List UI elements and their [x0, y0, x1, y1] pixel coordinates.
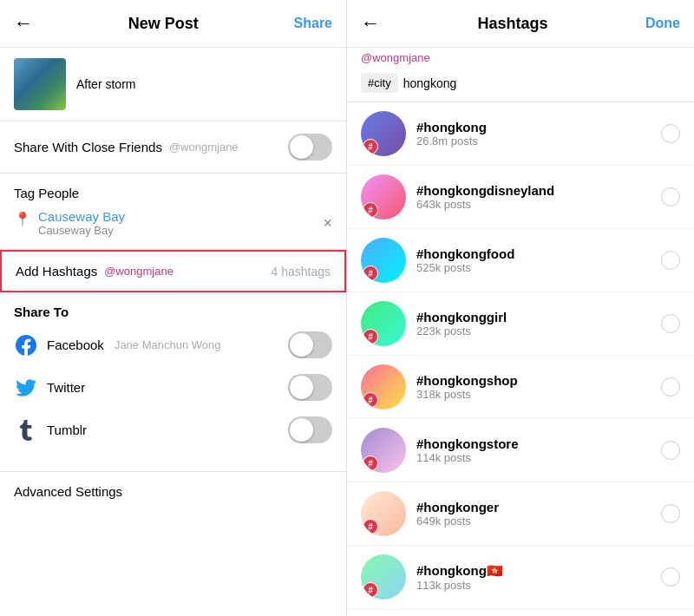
- right-header: ← Hashtags Done: [347, 0, 694, 48]
- hashtag-badge: #: [363, 519, 378, 534]
- hashtags-count: 4 hashtags: [272, 265, 331, 279]
- hashtag-info: #hongkonggirl 223k posts: [416, 310, 661, 337]
- page-title: New Post: [128, 15, 199, 33]
- thumbnail-image: [14, 58, 66, 110]
- hashtag-item[interactable]: # #hongkongairlines: [347, 609, 694, 616]
- back-button[interactable]: ←: [14, 12, 33, 35]
- hashtag-item[interactable]: # #hongkongfood 525k posts: [347, 229, 694, 292]
- hashtag-info: #hongkong🇭🇰 113k posts: [416, 563, 661, 592]
- hashtag-item[interactable]: # #hongkong 26.8m posts: [347, 102, 694, 166]
- hashtag-search-input[interactable]: [403, 76, 680, 90]
- share-close-friends-toggle[interactable]: [288, 134, 332, 161]
- hashtag-badge-icon: #: [368, 332, 373, 342]
- facebook-toggle[interactable]: [288, 331, 332, 358]
- tumblr-icon: [14, 418, 38, 442]
- right-back-button[interactable]: ←: [361, 12, 380, 35]
- share-twitter-item: Twitter: [14, 374, 332, 401]
- twitter-toggle[interactable]: [288, 374, 332, 401]
- hashtag-radio[interactable]: [661, 377, 680, 396]
- location-icon: 📍: [14, 211, 31, 227]
- hashtag-posts: 649k posts: [416, 514, 661, 528]
- share-facebook-item: Facebook Jane Manchun Wong: [14, 331, 332, 358]
- hashtag-list: # #hongkong 26.8m posts # #hongkongdisne…: [347, 102, 694, 616]
- location-row: 📍 Causeway Bay Causeway Bay ×: [14, 209, 332, 237]
- hashtag-posts: 643k posts: [416, 198, 661, 211]
- post-preview: After storm: [0, 48, 346, 121]
- hashtag-name: #hongkongfood: [416, 246, 661, 261]
- hashtags-username: @wongmjane: [104, 265, 174, 278]
- hashtag-search-bar: #city: [347, 68, 694, 102]
- hashtag-badge-icon: #: [368, 396, 373, 405]
- left-header: ← New Post Share: [0, 0, 346, 48]
- hashtag-badge-icon: #: [368, 586, 373, 595]
- hashtag-info: #hongkongstore 114k posts: [416, 436, 661, 464]
- hashtag-name: #hongkongshop: [416, 373, 661, 388]
- location-name: Causeway Bay: [38, 209, 125, 224]
- hashtag-info: #hongkonger 649k posts: [416, 500, 661, 528]
- hashtag-item[interactable]: # #hongkongdisneyland 643k posts: [347, 166, 694, 229]
- hashtag-item[interactable]: # #hongkongstore 114k posts: [347, 419, 694, 482]
- hashtag-radio[interactable]: [661, 124, 680, 143]
- hashtag-radio[interactable]: [661, 314, 680, 333]
- hashtag-avatar: #: [361, 554, 406, 600]
- hashtag-avatar: #: [361, 491, 406, 536]
- share-to-section: Share To Facebook Jane Manchun Wong: [0, 292, 346, 471]
- hashtag-avatar: #: [361, 111, 406, 156]
- share-close-friends-label: Share With Close Friends: [14, 140, 162, 154]
- hashtag-radio[interactable]: [661, 251, 680, 270]
- tag-people-section: Tag People 📍 Causeway Bay Causeway Bay ×: [0, 174, 346, 250]
- share-to-label: Share To: [14, 305, 332, 319]
- hashtag-name: #hongkonggirl: [416, 310, 661, 324]
- hashtag-radio[interactable]: [661, 504, 680, 523]
- hashtag-item[interactable]: # #hongkong🇭🇰 113k posts: [347, 546, 694, 609]
- post-caption: After storm: [76, 77, 135, 91]
- location-sub: Causeway Bay: [38, 224, 125, 237]
- hashtag-avatar: #: [361, 238, 406, 283]
- share-button[interactable]: Share: [294, 16, 332, 31]
- share-tumblr-item: Tumblr: [14, 416, 332, 443]
- hashtag-name: #hongkong🇭🇰: [416, 563, 661, 579]
- done-button[interactable]: Done: [645, 16, 680, 31]
- facebook-label: Facebook: [47, 337, 104, 352]
- hashtag-radio[interactable]: [661, 187, 680, 206]
- hashtag-item[interactable]: # #hongkongshop 318k posts: [347, 356, 694, 419]
- hashtag-badge-icon: #: [368, 206, 373, 215]
- hashtag-badge: #: [363, 392, 378, 408]
- hashtag-badge: #: [363, 329, 378, 344]
- tumblr-toggle[interactable]: [288, 416, 332, 443]
- advanced-settings-section[interactable]: Advanced Settings: [0, 471, 346, 512]
- hashtag-info: #hongkongdisneyland 643k posts: [416, 183, 661, 211]
- hashtag-posts: 114k posts: [416, 451, 661, 464]
- tumblr-label: Tumblr: [47, 423, 87, 437]
- hashtag-posts: 26.8m posts: [416, 134, 661, 147]
- right-page-title: Hashtags: [477, 15, 547, 33]
- hashtag-item[interactable]: # #hongkonger 649k posts: [347, 482, 694, 546]
- hashtag-avatar: #: [361, 364, 406, 410]
- hashtag-info: #hongkongshop 318k posts: [416, 373, 661, 401]
- hashtag-posts: 318k posts: [416, 388, 661, 401]
- hashtag-badge-icon: #: [368, 459, 373, 469]
- hashtag-radio[interactable]: [661, 441, 680, 460]
- hashtag-avatar: #: [361, 301, 406, 346]
- twitter-label: Twitter: [47, 380, 85, 395]
- hashtag-avatar: #: [361, 174, 406, 220]
- hashtag-name: #hongkonger: [416, 500, 661, 514]
- hashtag-badge: #: [363, 202, 378, 218]
- hashtag-badge: #: [363, 455, 378, 471]
- add-hashtags-row[interactable]: Add Hashtags @wongmjane 4 hashtags: [0, 250, 346, 292]
- hashtag-info: #hongkongfood 525k posts: [416, 246, 661, 274]
- hashtag-radio[interactable]: [661, 567, 680, 587]
- facebook-icon: [14, 333, 38, 357]
- hashtag-avatar: #: [361, 428, 406, 473]
- hashtag-badge: #: [363, 265, 378, 281]
- hashtag-badge-icon: #: [368, 269, 373, 279]
- hashtag-name: #hongkongstore: [416, 436, 661, 451]
- hashtag-name: #hongkongdisneyland: [416, 183, 661, 198]
- left-panel: ← New Post Share After storm Share With …: [0, 0, 347, 616]
- hashtag-item[interactable]: # #hongkonggirl 223k posts: [347, 292, 694, 356]
- location-remove-button[interactable]: ×: [323, 214, 332, 233]
- hashtag-posts: 113k posts: [416, 579, 661, 592]
- share-close-friends-section: Share With Close Friends @wongmjane: [0, 121, 346, 174]
- hashtag-info: #hongkong 26.8m posts: [416, 120, 661, 147]
- hashtag-name: #hongkong: [416, 120, 661, 134]
